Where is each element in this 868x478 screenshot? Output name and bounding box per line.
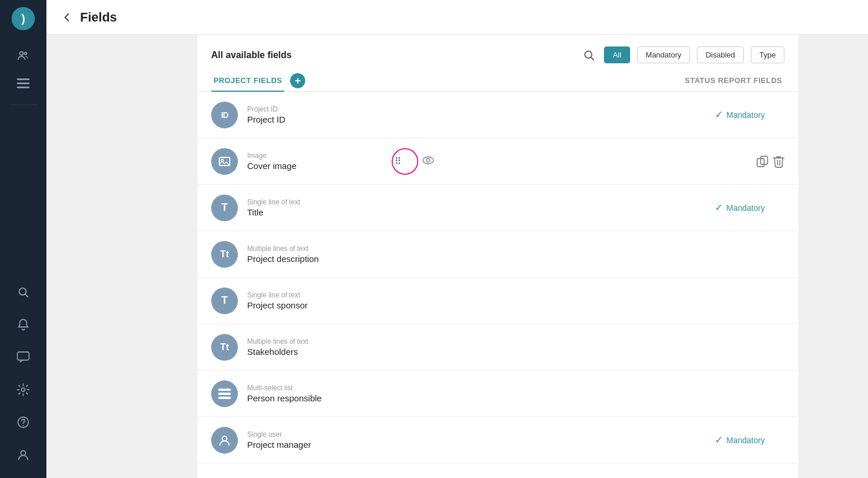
field-icon-project-sponsor: T [211, 287, 238, 314]
field-icon-stakeholders: Tt [211, 334, 238, 361]
filter-mandatory-button[interactable]: Mandatory [637, 46, 690, 63]
tab-project-fields[interactable]: PROJECT FIELDS [211, 70, 284, 92]
mandatory-label-project-manager: Mandatory [726, 436, 765, 445]
svg-rect-20 [218, 397, 231, 399]
field-info-project-description: Multiple lines of text Project descripti… [247, 245, 784, 264]
field-name-project-description: Project description [247, 254, 784, 264]
field-type-project-manager: Single user [247, 430, 715, 439]
mandatory-badge-project-id: ✓ Mandatory [715, 109, 784, 121]
tab-status-report-fields[interactable]: STATUS REPORT FIELDS [682, 70, 784, 92]
delete-field-button[interactable] [773, 155, 784, 168]
svg-rect-2 [17, 78, 30, 80]
field-icon-project-id: ID [211, 102, 238, 128]
sidebar-profile[interactable] [12, 443, 35, 466]
svg-point-7 [21, 388, 25, 391]
field-info-project-id: Project ID Project ID [247, 105, 715, 124]
left-panel [46, 35, 197, 478]
sidebar-help[interactable] [12, 411, 35, 434]
field-name-project-manager: Project manager [247, 440, 715, 450]
svg-point-9 [23, 425, 24, 426]
field-name-project-id: Project ID [247, 114, 715, 124]
drag-handle-cover-image[interactable]: ⠿ [395, 156, 402, 167]
field-info-project-manager: Single user Project manager [247, 430, 715, 450]
fields-topbar: All available fields All Mandatory Disab… [197, 35, 798, 63]
search-button[interactable] [581, 47, 597, 63]
svg-rect-3 [17, 82, 30, 84]
mandatory-badge-project-manager: ✓ Mandatory [715, 434, 784, 446]
field-icon-cover-image [211, 148, 238, 175]
field-row-stakeholders: Tt Multiple lines of text Stakeholders [197, 324, 798, 371]
sidebar: ) [0, 0, 46, 478]
field-type-person-responsible: Multi-select list [247, 384, 784, 392]
content-area: All available fields All Mandatory Disab… [46, 35, 868, 478]
page-header: Fields [46, 0, 868, 35]
field-info-project-sponsor: Single line of text Project sponsor [247, 291, 784, 310]
svg-point-12 [423, 157, 433, 164]
field-row-project-description: Tt Multiple lines of text Project descri… [197, 231, 798, 278]
field-icon-person-responsible [211, 380, 238, 407]
field-info-cover-image: Image Cover image [247, 152, 687, 171]
app-logo[interactable]: ) [12, 7, 35, 30]
field-row-cover-image: ⠿ [197, 138, 798, 185]
sidebar-divider [9, 105, 37, 105]
visibility-icon-cover-image[interactable] [422, 155, 434, 167]
sidebar-item-contacts[interactable] [12, 44, 35, 67]
mandatory-badge-title: ✓ Mandatory [715, 202, 784, 214]
fields-title: All available fields [211, 50, 574, 60]
sidebar-notifications[interactable] [12, 313, 35, 336]
sidebar-settings[interactable] [12, 378, 35, 401]
filter-disabled-button[interactable]: Disabled [697, 46, 744, 63]
main-area: Fields All available fields All Mandator… [46, 0, 868, 478]
field-type-cover-image: Image [247, 152, 687, 160]
field-row-project-sponsor: T Single line of text Project sponsor [197, 278, 798, 324]
svg-point-13 [426, 159, 430, 162]
svg-rect-18 [218, 389, 231, 391]
center-panel: All available fields All Mandatory Disab… [197, 35, 798, 478]
field-type-project-sponsor: Single line of text [247, 291, 784, 299]
svg-point-1 [24, 52, 27, 55]
sidebar-search[interactable] [12, 281, 35, 304]
field-info-person-responsible: Multi-select list Person responsible [247, 384, 784, 403]
field-list: ID Project ID Project ID ✓ Mandatory [197, 92, 798, 478]
field-row-person-responsible: Multi-select list Person responsible [197, 371, 798, 417]
field-icon-project-description: Tt [211, 241, 238, 268]
field-row-title: T Single line of text Title ✓ Mandatory [197, 185, 798, 231]
field-icon-project-manager [211, 427, 238, 454]
field-name-project-sponsor: Project sponsor [247, 300, 784, 310]
mandatory-check-project-id: ✓ [715, 109, 723, 121]
field-name-person-responsible: Person responsible [247, 393, 784, 403]
svg-point-10 [21, 451, 26, 455]
mandatory-label-project-id: Mandatory [726, 110, 765, 120]
field-icon-title: T [211, 195, 238, 221]
copy-field-button[interactable] [757, 156, 768, 167]
mandatory-check-title: ✓ [715, 202, 723, 214]
sidebar-item-list[interactable] [12, 72, 35, 95]
svg-point-0 [20, 52, 23, 55]
field-type-project-description: Multiple lines of text [247, 245, 784, 253]
filter-all-button[interactable]: All [604, 46, 630, 63]
field-name-cover-image: Cover image [247, 161, 687, 171]
page-title: Fields [80, 10, 117, 25]
filter-type-button[interactable]: Type [751, 46, 784, 63]
back-button[interactable] [60, 11, 73, 24]
svg-rect-19 [218, 393, 231, 395]
mandatory-label-title: Mandatory [726, 203, 765, 213]
field-type-title: Single line of text [247, 198, 715, 206]
svg-rect-6 [17, 352, 29, 360]
sidebar-bottom [12, 281, 35, 471]
tabs-bar: PROJECT FIELDS + STATUS REPORT FIELDS [197, 63, 798, 92]
field-row-project-id: ID Project ID Project ID ✓ Mandatory [197, 92, 798, 138]
field-row-project-manager: Single user Project manager ✓ Mandatory [197, 417, 798, 463]
field-info-title: Single line of text Title [247, 198, 715, 217]
sidebar-chat[interactable] [12, 346, 35, 369]
row-actions-cover-image [757, 155, 784, 168]
svg-point-21 [222, 436, 227, 441]
field-name-stakeholders: Stakeholders [247, 347, 784, 357]
svg-rect-4 [17, 87, 30, 88]
mandatory-check-project-manager: ✓ [715, 434, 723, 446]
field-type-project-id: Project ID [247, 105, 715, 113]
right-panel [798, 35, 868, 478]
field-name-title: Title [247, 207, 715, 217]
add-field-button[interactable]: + [290, 73, 305, 88]
field-info-stakeholders: Multiple lines of text Stakeholders [247, 337, 784, 357]
